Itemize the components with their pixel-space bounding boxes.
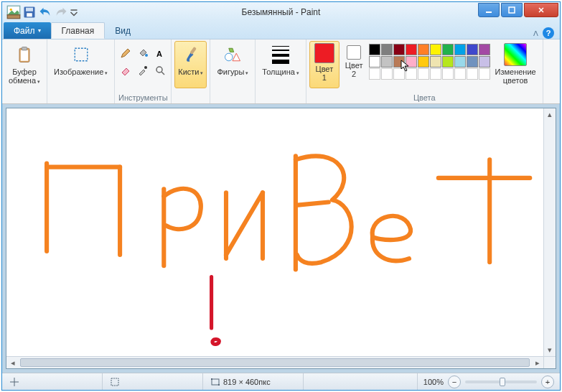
brushes-button[interactable]: Кисти xyxy=(174,41,207,88)
tab-file[interactable]: Файл xyxy=(4,22,51,39)
help-icon[interactable]: ? xyxy=(543,27,554,39)
palette-color[interactable] xyxy=(369,56,380,67)
scroll-down-icon[interactable]: ▾ xyxy=(544,344,556,356)
tab-view[interactable]: Вид xyxy=(105,22,141,39)
color1-button[interactable]: Цвет 1 xyxy=(309,41,339,88)
palette-color[interactable] xyxy=(430,44,441,55)
canvas[interactable] xyxy=(6,108,556,350)
scroll-thumb[interactable] xyxy=(20,358,530,367)
clipboard-button[interactable]: Буфер обмена xyxy=(5,41,44,88)
thickness-icon xyxy=(269,43,292,66)
close-button[interactable] xyxy=(524,3,558,17)
svg-rect-6 xyxy=(486,11,492,13)
group-shapes: Фигуры xyxy=(210,39,256,103)
statusbar: 819 × 460пкс 100% − + xyxy=(2,373,560,390)
palette-color[interactable] xyxy=(442,56,454,67)
edit-colors-button[interactable]: Изменение цветов xyxy=(492,41,540,88)
svg-rect-11 xyxy=(75,48,88,61)
svg-point-15 xyxy=(156,67,162,73)
palette-color[interactable] xyxy=(418,44,429,55)
window-controls xyxy=(477,3,558,17)
group-thickness: Толщина xyxy=(256,39,306,103)
svg-marker-17 xyxy=(229,48,234,52)
zoom-out-button[interactable]: − xyxy=(448,375,461,388)
zoom-level: 100% xyxy=(423,378,444,386)
eraser-tool[interactable] xyxy=(118,62,134,78)
zoom-in-button[interactable]: + xyxy=(541,375,554,388)
palette-color[interactable] xyxy=(381,44,393,55)
thickness-button[interactable]: Толщина xyxy=(258,41,303,88)
svg-text:A: A xyxy=(156,50,162,58)
palette-empty[interactable] xyxy=(393,68,405,80)
color2-button[interactable]: Цвет 2 xyxy=(341,41,367,88)
edit-colors-icon xyxy=(504,43,527,66)
palette-empty[interactable] xyxy=(479,68,490,80)
crosshair-icon xyxy=(9,377,19,387)
scroll-left-icon[interactable]: ◂ xyxy=(6,357,19,368)
maximize-button[interactable] xyxy=(501,3,523,17)
svg-rect-4 xyxy=(26,8,33,11)
color2-swatch xyxy=(347,45,361,60)
palette-color[interactable] xyxy=(369,44,380,55)
palette-color[interactable] xyxy=(406,44,417,55)
palette-color[interactable] xyxy=(442,44,454,55)
group-image: Изображение xyxy=(47,39,115,103)
palette-color[interactable] xyxy=(430,56,441,67)
svg-rect-20 xyxy=(111,378,118,386)
zoom-slider[interactable] xyxy=(465,381,537,383)
group-clipboard: Буфер обмена xyxy=(2,39,47,103)
palette-empty[interactable] xyxy=(381,68,393,80)
pencil-tool[interactable] xyxy=(118,45,134,61)
palette-color[interactable] xyxy=(418,56,429,67)
zoom-controls: 100% − + xyxy=(418,375,560,388)
svg-rect-5 xyxy=(27,13,32,17)
clipboard-icon xyxy=(13,43,36,66)
palette-color[interactable] xyxy=(393,56,405,67)
minimize-ribbon-icon[interactable]: ᐱ xyxy=(533,29,538,37)
palette-color[interactable] xyxy=(406,56,417,67)
svg-point-1 xyxy=(10,9,12,11)
palette-color[interactable] xyxy=(454,44,466,55)
palette-color[interactable] xyxy=(454,56,466,67)
ribbon-tabs: Файл Главная Вид ᐱ ? xyxy=(2,22,560,39)
svg-point-18 xyxy=(225,53,233,61)
palette-empty[interactable] xyxy=(369,68,380,80)
svg-rect-21 xyxy=(212,379,219,385)
color1-swatch xyxy=(314,43,334,63)
palette-empty[interactable] xyxy=(430,68,441,80)
svg-rect-10 xyxy=(22,47,27,50)
scroll-up-icon[interactable]: ▴ xyxy=(544,108,556,121)
vertical-scrollbar[interactable]: ▴ ▾ xyxy=(543,108,556,356)
fill-tool[interactable] xyxy=(135,45,151,61)
image-select-button[interactable]: Изображение xyxy=(50,41,111,88)
palette-color[interactable] xyxy=(393,44,405,55)
palette-empty[interactable] xyxy=(442,68,454,80)
palette-empty[interactable] xyxy=(454,68,466,80)
undo-icon[interactable] xyxy=(38,5,52,19)
palette-color[interactable] xyxy=(467,44,478,55)
colors-group-label: Цвета xyxy=(309,93,540,103)
save-icon[interactable] xyxy=(22,5,37,19)
app-icon[interactable] xyxy=(6,5,21,19)
horizontal-scrollbar[interactable]: ◂ ▸ xyxy=(6,356,543,368)
palette-empty[interactable] xyxy=(418,68,429,80)
palette-color[interactable] xyxy=(467,56,478,67)
text-tool[interactable]: A xyxy=(152,45,168,61)
palette-empty[interactable] xyxy=(467,68,478,80)
shapes-button[interactable]: Фигуры xyxy=(213,41,252,88)
scroll-right-icon[interactable]: ▸ xyxy=(531,357,543,368)
tab-home[interactable]: Главная xyxy=(51,22,106,39)
app-window: Безымянный - Paint Файл Главная Вид ᐱ ? … xyxy=(1,1,561,391)
titlebar: Безымянный - Paint xyxy=(2,2,560,22)
svg-rect-9 xyxy=(21,50,29,61)
eyedropper-tool[interactable] xyxy=(135,62,151,78)
palette-color[interactable] xyxy=(479,56,490,67)
qat-dropdown-icon[interactable] xyxy=(70,5,78,19)
redo-icon[interactable] xyxy=(54,5,68,19)
magnifier-tool[interactable] xyxy=(152,62,168,78)
palette-color[interactable] xyxy=(381,56,393,67)
minimize-button[interactable] xyxy=(478,3,500,17)
palette-color[interactable] xyxy=(479,44,490,55)
palette-empty[interactable] xyxy=(406,68,417,80)
zoom-slider-thumb[interactable] xyxy=(500,378,505,386)
